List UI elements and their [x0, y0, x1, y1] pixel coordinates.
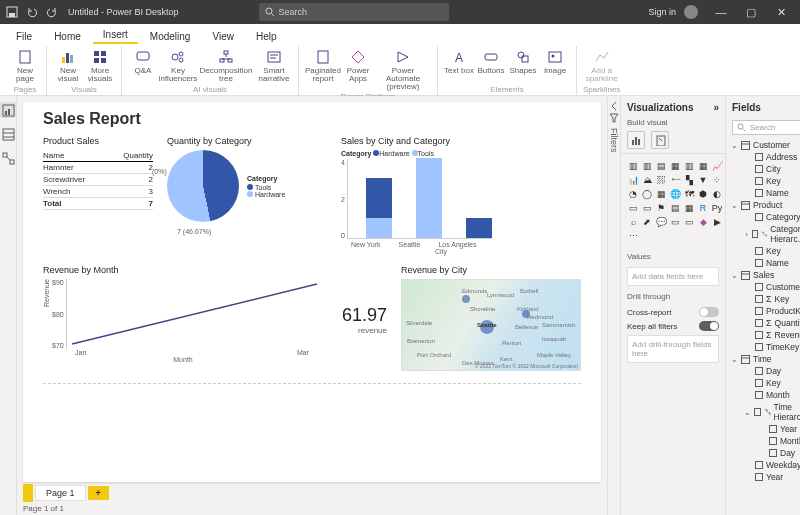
- menu-help[interactable]: Help: [246, 28, 287, 44]
- sign-in-link[interactable]: Sign in: [648, 7, 676, 17]
- drill-well[interactable]: Add drill-through fields here: [627, 335, 719, 363]
- values-well[interactable]: Add data fields here: [627, 267, 719, 286]
- funnel-icon[interactable]: ▼: [697, 174, 709, 186]
- sales-by-city-category-visual[interactable]: Sales by City and Category Category Hard…: [341, 136, 541, 255]
- table-customer[interactable]: ⌄Customer: [730, 139, 800, 151]
- py-icon[interactable]: Py: [711, 202, 723, 214]
- decomposition-tree-button[interactable]: Decomposition tree: [198, 46, 254, 83]
- waterfall-icon[interactable]: ▚: [683, 174, 695, 186]
- stacked-column-icon[interactable]: ▥: [641, 160, 653, 172]
- key-infl-icon[interactable]: ⌕: [627, 216, 639, 228]
- field-timehierarchy[interactable]: ⌄Time Hierarchy: [730, 401, 800, 423]
- field-key[interactable]: ΣKey: [730, 293, 800, 305]
- page-tab[interactable]: Page 1: [35, 485, 86, 501]
- report-canvas[interactable]: Sales Report Product Sales NameQuantity …: [23, 102, 601, 482]
- field-key[interactable]: Key: [730, 175, 800, 187]
- image-button[interactable]: Image: [540, 46, 570, 75]
- format-visual-tab[interactable]: [651, 131, 669, 149]
- matrix-icon[interactable]: R: [697, 202, 709, 214]
- save-icon[interactable]: [4, 4, 20, 20]
- field-month[interactable]: Month: [730, 389, 800, 401]
- table-sales[interactable]: ⌄Sales: [730, 269, 800, 281]
- field-year[interactable]: Year: [730, 471, 800, 483]
- filters-pane-collapsed[interactable]: Filters: [607, 96, 620, 515]
- revenue-by-month-visual[interactable]: Revenue by Month Revenue $90$80$70 JanMa…: [43, 265, 323, 375]
- shapes-button[interactable]: Shapes: [508, 46, 538, 75]
- power-automate-button[interactable]: Power Automate (preview): [375, 46, 431, 91]
- area-icon[interactable]: 📊: [627, 174, 639, 186]
- clustered-bar-icon[interactable]: ▤: [655, 160, 667, 172]
- more-icon[interactable]: ⋯: [627, 230, 639, 242]
- smart-narrative-button[interactable]: Smart narrative: [256, 46, 292, 83]
- new-page-button[interactable]: New page: [10, 46, 40, 83]
- quantity-by-category-visual[interactable]: Quantity by Category (0%) 7 (46.67%) Cat…: [167, 136, 327, 255]
- paginated-icon[interactable]: ▭: [683, 216, 695, 228]
- field-key[interactable]: Key: [730, 377, 800, 389]
- pie-icon[interactable]: ◔: [627, 188, 639, 200]
- stacked-col100-icon[interactable]: ▦: [697, 160, 709, 172]
- multi-card-icon[interactable]: ▭: [641, 202, 653, 214]
- field-address[interactable]: Address: [730, 151, 800, 163]
- tab-handle[interactable]: [23, 484, 33, 502]
- azure-map-icon[interactable]: ⬢: [697, 188, 709, 200]
- field-customerkey[interactable]: CustomerKey: [730, 281, 800, 293]
- menu-home[interactable]: Home: [44, 28, 91, 44]
- field-category[interactable]: Category: [730, 211, 800, 223]
- table-time[interactable]: ⌄Time: [730, 353, 800, 365]
- field-weekday[interactable]: Weekday: [730, 459, 800, 471]
- avatar[interactable]: [684, 5, 698, 19]
- text-box-button[interactable]: AText box: [444, 46, 474, 75]
- maximize-button[interactable]: ▢: [736, 6, 766, 19]
- field-timekey[interactable]: TimeKey: [730, 341, 800, 353]
- new-visual-button[interactable]: New visual: [53, 46, 83, 83]
- line-icon[interactable]: 📈: [711, 160, 723, 172]
- decomp-icon[interactable]: ⬈: [641, 216, 653, 228]
- field-city[interactable]: City: [730, 163, 800, 175]
- menu-view[interactable]: View: [202, 28, 244, 44]
- stacked-bar-icon[interactable]: ▥: [627, 160, 639, 172]
- buttons-button[interactable]: Buttons: [476, 46, 506, 75]
- field-name[interactable]: Name: [730, 187, 800, 199]
- collapse-icon[interactable]: »: [713, 102, 719, 113]
- scatter-icon[interactable]: ⁘: [711, 174, 723, 186]
- data-view-icon[interactable]: [0, 126, 16, 142]
- power-apps-button[interactable]: Power Apps: [343, 46, 373, 83]
- fields-search[interactable]: Search: [732, 120, 800, 135]
- stacked-bar100-icon[interactable]: ▥: [683, 160, 695, 172]
- app-icon[interactable]: ◆: [697, 216, 709, 228]
- line-col-icon[interactable]: ⛆: [655, 174, 667, 186]
- stacked-area-icon[interactable]: ⛰: [641, 174, 653, 186]
- undo-icon[interactable]: [24, 4, 40, 20]
- card-icon[interactable]: ▭: [627, 202, 639, 214]
- filled-map-icon[interactable]: 🗺: [683, 188, 695, 200]
- close-button[interactable]: ✕: [766, 6, 796, 19]
- field-revenue[interactable]: ΣRevenue: [730, 329, 800, 341]
- more-visuals-button[interactable]: More visuals: [85, 46, 115, 83]
- kpi-icon[interactable]: ⚑: [655, 202, 667, 214]
- field-day[interactable]: Day: [730, 365, 800, 377]
- field-name[interactable]: Name: [730, 257, 800, 269]
- field-productkey[interactable]: ProductKey: [730, 305, 800, 317]
- table-icon[interactable]: ▦: [683, 202, 695, 214]
- gauge-icon[interactable]: ◐: [711, 188, 723, 200]
- field-month[interactable]: Month: [730, 435, 800, 447]
- key-influencers-button[interactable]: Key influencers: [160, 46, 196, 83]
- menu-modeling[interactable]: Modeling: [140, 28, 201, 44]
- field-key[interactable]: Key: [730, 245, 800, 257]
- revenue-by-city-visual[interactable]: Revenue by City Seattle Kirkland Redmond…: [401, 265, 581, 375]
- donut-icon[interactable]: ◯: [641, 188, 653, 200]
- model-view-icon[interactable]: [0, 150, 16, 166]
- treemap-icon[interactable]: ▦: [655, 188, 667, 200]
- automate-icon[interactable]: ▶: [711, 216, 723, 228]
- qna-button[interactable]: Q&A: [128, 46, 158, 75]
- revenue-card[interactable]: 61.97 revenue: [337, 305, 387, 335]
- field-categoryhierarc[interactable]: ›Category Hierarc...: [730, 223, 800, 245]
- field-quantity[interactable]: ΣQuantity: [730, 317, 800, 329]
- qa-icon[interactable]: 💬: [655, 216, 667, 228]
- field-day[interactable]: Day: [730, 447, 800, 459]
- clustered-column-icon[interactable]: ▦: [669, 160, 681, 172]
- menu-insert[interactable]: Insert: [93, 26, 138, 44]
- redo-icon[interactable]: [44, 4, 60, 20]
- product-sales-visual[interactable]: Product Sales NameQuantity Hammer2 Screw…: [43, 136, 153, 255]
- narrative-icon[interactable]: ▭: [669, 216, 681, 228]
